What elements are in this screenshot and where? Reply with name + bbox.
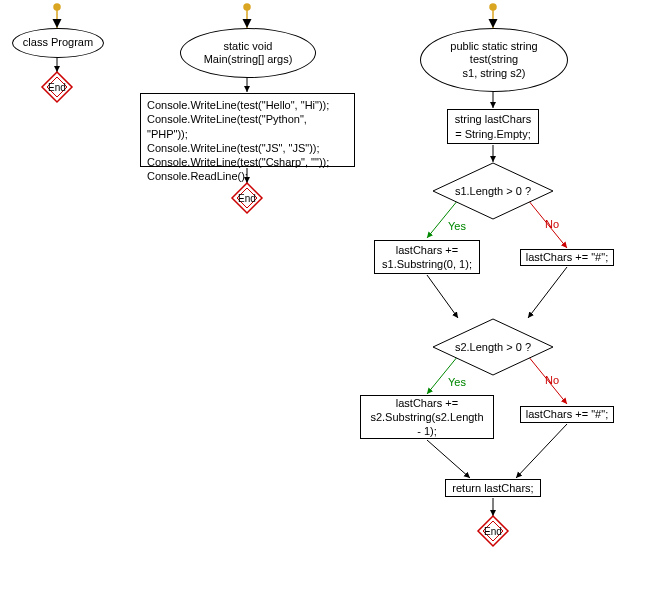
node-append-hash-2: lastChars += "#";: [520, 406, 614, 423]
node-return: return lastChars;: [445, 479, 541, 497]
decision-s2-length-label: s2.Length > 0 ?: [455, 341, 531, 353]
end-label: End: [238, 193, 256, 204]
label-line2: test(string: [470, 53, 518, 66]
label-line2: Main(string[] args): [204, 53, 293, 66]
node-append-s1: lastChars += s1.Substring(0, 1);: [374, 240, 480, 274]
label-line3: - 1);: [417, 424, 437, 438]
end-node-test: End: [478, 516, 508, 546]
node-append-s2: lastChars += s2.Substring(s2.Length - 1)…: [360, 395, 494, 439]
end-label: End: [48, 82, 66, 93]
label: return lastChars;: [452, 481, 533, 495]
code-line: Console.WriteLine(test("Csharp", ""));: [147, 155, 348, 169]
label-line2: = String.Empty;: [455, 127, 531, 141]
label: class Program: [23, 36, 93, 49]
edge-label-yes: Yes: [448, 220, 466, 232]
label-line1: public static string: [450, 40, 537, 53]
flowchart-container: class Program End static void Main(strin…: [0, 0, 654, 598]
label: lastChars += "#";: [526, 250, 608, 264]
code-line: Console.WriteLine(test("Python", "PHP"))…: [147, 112, 348, 141]
label-line1: static void: [224, 40, 273, 53]
code-line: Console.WriteLine(test("JS", "JS"));: [147, 141, 348, 155]
edge-label-no: No: [545, 374, 559, 386]
label-line2: s2.Substring(s2.Length: [370, 410, 483, 424]
edge-label-yes: Yes: [448, 376, 466, 388]
edge-label-no: No: [545, 218, 559, 230]
edges-layer: [0, 0, 654, 598]
label-line1: string lastChars: [455, 112, 531, 126]
end-node-main: End: [232, 183, 262, 213]
node-init-lastchars: string lastChars = String.Empty;: [447, 109, 539, 144]
label-line3: s1, string s2): [463, 67, 526, 80]
label: lastChars += "#";: [526, 407, 608, 421]
end-label: End: [484, 526, 502, 537]
node-main-body: Console.WriteLine(test("Hello", "Hi")); …: [140, 93, 355, 167]
decision-s1-length-label: s1.Length > 0 ?: [455, 185, 531, 197]
code-line: Console.WriteLine(test("Hello", "Hi"));: [147, 98, 348, 112]
label-line2: s1.Substring(0, 1);: [382, 257, 472, 271]
code-line: Console.ReadLine();: [147, 169, 348, 183]
node-test-signature: public static string test(string s1, str…: [420, 28, 568, 92]
end-node-program: End: [42, 72, 72, 102]
label-line1: lastChars +=: [396, 396, 458, 410]
node-main: static void Main(string[] args): [180, 28, 316, 78]
node-append-hash-1: lastChars += "#";: [520, 249, 614, 266]
node-class-program: class Program: [12, 28, 104, 58]
label-line1: lastChars +=: [396, 243, 458, 257]
